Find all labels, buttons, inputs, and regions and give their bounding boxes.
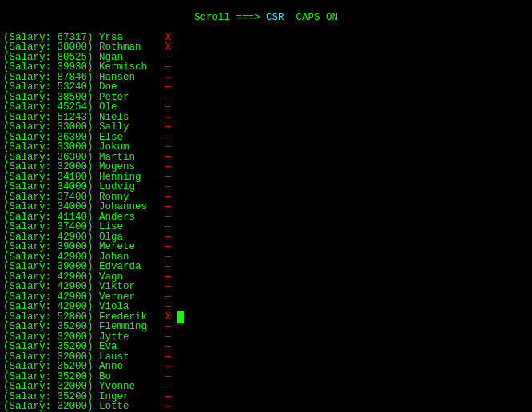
table-row: (Salary: 32000) Laust — bbox=[3, 351, 529, 362]
table-row: (Salary: 35200) Anne — bbox=[3, 361, 529, 371]
data-rows: (Salary: 67317) Yrsa X(Salary: 38000) Ro… bbox=[3, 32, 529, 413]
table-row: (Salary: 35200) Flemming — bbox=[3, 321, 529, 331]
table-row: (Salary: 42900) Viola — bbox=[3, 301, 529, 311]
table-row: (Salary: 42900) Vagn — bbox=[3, 271, 529, 282]
table-row: (Salary: 39000) Edvarda — bbox=[3, 261, 529, 271]
csr-label: CSR bbox=[266, 12, 284, 23]
table-row: (Salary: 37400) Lise — bbox=[3, 221, 529, 232]
table-row: (Salary: 53240) Doe — bbox=[3, 81, 529, 92]
table-row: (Salary: 39930) Kermisch — bbox=[3, 61, 529, 72]
table-row: (Salary: 51243) Niels — bbox=[3, 112, 529, 122]
table-row: (Salary: 33000) Sally — bbox=[3, 121, 529, 132]
terminal-window: Scroll ===> CSR CAPS ON (Salary: 67317) … bbox=[0, 0, 532, 412]
caps-spacer bbox=[284, 12, 296, 23]
table-row: (Salary: 33000) Jokum — bbox=[3, 141, 529, 152]
table-row: (Salary: 35200) Eva — bbox=[3, 341, 529, 351]
table-row: (Salary: 34000) Ludvig — bbox=[3, 181, 529, 192]
table-row: (Salary: 42900) Viktor — bbox=[3, 281, 529, 291]
table-row: (Salary: 38000) Rothman X bbox=[3, 42, 529, 52]
cursor bbox=[177, 311, 184, 323]
table-row: (Salary: 41140) Anders — bbox=[3, 212, 529, 222]
table-row: (Salary: 67317) Yrsa X bbox=[3, 32, 529, 42]
header-line bbox=[3, 2, 529, 12]
table-row: (Salary: 42900) Olga — bbox=[3, 232, 529, 242]
table-row: (Salary: 45254) Ole — bbox=[3, 101, 529, 112]
table-row: (Salary: 36300) Else — bbox=[3, 132, 529, 142]
table-row: (Salary: 32000) Yvonne — bbox=[3, 381, 529, 391]
table-row: (Salary: 32000) Lotte — bbox=[3, 401, 529, 411]
table-row: (Salary: 37400) Ronny — bbox=[3, 192, 529, 202]
table-row: (Salary: 80525) Ngan — bbox=[3, 52, 529, 62]
table-row: (Salary: 35200) Bo — bbox=[3, 371, 529, 382]
table-row: (Salary: 32000) Mogens — bbox=[3, 161, 529, 172]
table-row: (Salary: 36300) Martin — bbox=[3, 152, 529, 162]
table-row: (Salary: 52800) Frederik X bbox=[3, 311, 529, 322]
table-row: (Salary: 87846) Hansen — bbox=[3, 72, 529, 82]
table-row: (Salary: 34000) Johannes — bbox=[3, 201, 529, 212]
table-row: (Salary: 38500) Peter — bbox=[3, 92, 529, 102]
scroll-label: Scroll ===> bbox=[194, 12, 266, 23]
table-row: (Salary: 34100) Henning — bbox=[3, 172, 529, 182]
table-row: (Salary: 39000) Merete — bbox=[3, 241, 529, 252]
scroll-line: Scroll ===> CSR CAPS ON bbox=[3, 12, 529, 22]
table-row: (Salary: 32000) Jytte — bbox=[3, 331, 529, 342]
table-row: (Salary: 42900) Verner — bbox=[3, 291, 529, 302]
table-row: (Salary: 35200) Inger — bbox=[3, 391, 529, 402]
caps-label: CAPS ON bbox=[296, 12, 339, 23]
table-row: (Salary: 42900) Johan — bbox=[3, 252, 529, 262]
